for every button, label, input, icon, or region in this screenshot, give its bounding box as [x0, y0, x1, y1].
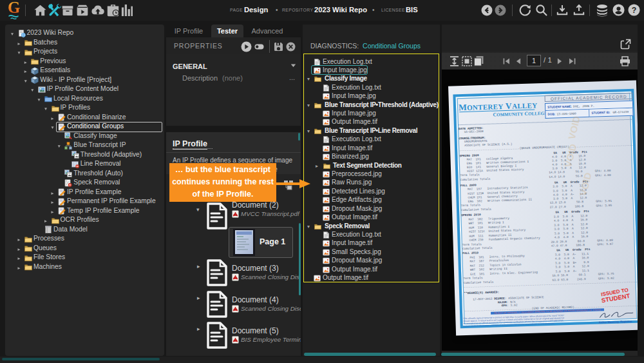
- svg-text:?: ?: [632, 6, 637, 15]
